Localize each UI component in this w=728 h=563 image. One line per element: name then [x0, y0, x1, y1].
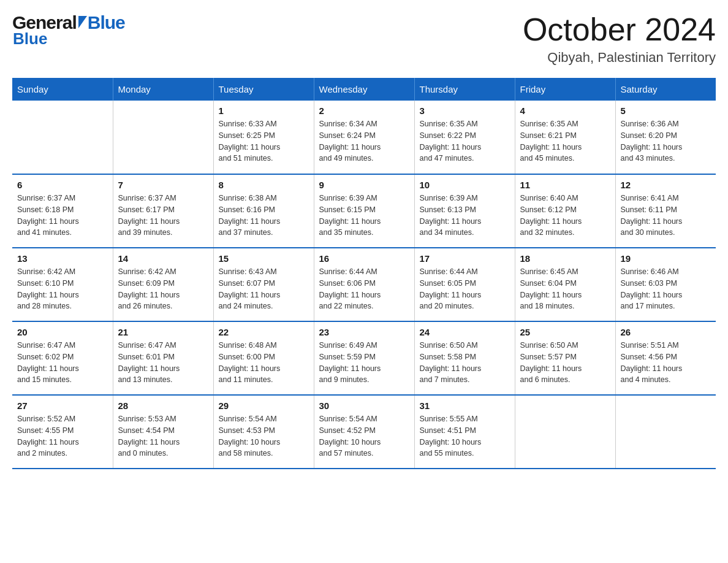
header-sunday: Sunday: [12, 78, 113, 101]
logo-blue-second: Blue: [13, 29, 47, 48]
day-info: Sunrise: 5:55 AM Sunset: 4:51 PM Dayligh…: [420, 413, 510, 459]
calendar-cell: 13Sunrise: 6:42 AM Sunset: 6:10 PM Dayli…: [12, 248, 113, 321]
day-number: 25: [520, 327, 610, 337]
day-number: 7: [118, 180, 208, 190]
calendar-cell: 9Sunrise: 6:39 AM Sunset: 6:15 PM Daylig…: [314, 174, 414, 248]
calendar-cell: 30Sunrise: 5:54 AM Sunset: 4:52 PM Dayli…: [314, 395, 414, 469]
day-info: Sunrise: 6:39 AM Sunset: 6:15 PM Dayligh…: [319, 193, 409, 239]
calendar-cell: 16Sunrise: 6:44 AM Sunset: 6:06 PM Dayli…: [314, 248, 414, 321]
day-info: Sunrise: 6:38 AM Sunset: 6:16 PM Dayligh…: [219, 193, 309, 239]
day-number: 30: [319, 400, 409, 411]
calendar-cell: 19Sunrise: 6:46 AM Sunset: 6:03 PM Dayli…: [615, 248, 716, 321]
calendar-cell: 17Sunrise: 6:44 AM Sunset: 6:05 PM Dayli…: [414, 248, 515, 321]
calendar-cell: 21Sunrise: 6:47 AM Sunset: 6:01 PM Dayli…: [113, 321, 213, 395]
day-info: Sunrise: 6:47 AM Sunset: 6:02 PM Dayligh…: [17, 340, 108, 386]
day-number: 12: [621, 180, 711, 190]
calendar-cell: 25Sunrise: 6:50 AM Sunset: 5:57 PM Dayli…: [515, 321, 615, 395]
day-info: Sunrise: 5:52 AM Sunset: 4:55 PM Dayligh…: [17, 413, 108, 459]
day-number: 11: [520, 180, 610, 190]
day-number: 24: [420, 327, 510, 337]
day-number: 18: [520, 253, 610, 264]
day-number: 17: [420, 253, 510, 264]
day-number: 20: [17, 327, 108, 337]
day-number: 6: [17, 180, 108, 190]
day-number: 31: [420, 400, 510, 411]
calendar-cell: 24Sunrise: 6:50 AM Sunset: 5:58 PM Dayli…: [414, 321, 515, 395]
title-block: October 2024 Qibyah, Palestinian Territo…: [523, 12, 716, 66]
calendar-cell: 3Sunrise: 6:35 AM Sunset: 6:22 PM Daylig…: [414, 101, 515, 174]
week-row-2: 6Sunrise: 6:37 AM Sunset: 6:18 PM Daylig…: [12, 174, 716, 248]
day-info: Sunrise: 6:42 AM Sunset: 6:09 PM Dayligh…: [118, 266, 208, 312]
day-info: Sunrise: 6:50 AM Sunset: 5:57 PM Dayligh…: [520, 340, 610, 386]
day-number: 1: [219, 105, 309, 116]
day-info: Sunrise: 6:47 AM Sunset: 6:01 PM Dayligh…: [118, 340, 208, 386]
calendar-table: SundayMondayTuesdayWednesdayThursdayFrid…: [12, 78, 716, 469]
day-info: Sunrise: 6:34 AM Sunset: 6:24 PM Dayligh…: [319, 118, 409, 164]
calendar-cell: 22Sunrise: 6:48 AM Sunset: 6:00 PM Dayli…: [213, 321, 314, 395]
day-number: 27: [17, 400, 108, 411]
calendar-cell: 11Sunrise: 6:40 AM Sunset: 6:12 PM Dayli…: [515, 174, 615, 248]
calendar-body: 1Sunrise: 6:33 AM Sunset: 6:25 PM Daylig…: [12, 101, 716, 469]
day-info: Sunrise: 6:48 AM Sunset: 6:00 PM Dayligh…: [219, 340, 309, 386]
page-header: General Blue Blue October 2024 Qibyah, P…: [12, 12, 716, 66]
day-number: 3: [420, 105, 510, 116]
logo: General Blue Blue: [12, 12, 125, 48]
header-thursday: Thursday: [414, 78, 515, 101]
day-number: 19: [621, 253, 711, 264]
calendar-cell: 29Sunrise: 5:54 AM Sunset: 4:53 PM Dayli…: [213, 395, 314, 469]
day-number: 28: [118, 400, 208, 411]
day-number: 23: [319, 327, 409, 337]
day-info: Sunrise: 6:35 AM Sunset: 6:22 PM Dayligh…: [420, 118, 510, 164]
calendar-cell: 15Sunrise: 6:43 AM Sunset: 6:07 PM Dayli…: [213, 248, 314, 321]
calendar-cell: 5Sunrise: 6:36 AM Sunset: 6:20 PM Daylig…: [615, 101, 716, 174]
day-info: Sunrise: 6:43 AM Sunset: 6:07 PM Dayligh…: [219, 266, 309, 312]
day-number: 15: [219, 253, 309, 264]
calendar-cell: 20Sunrise: 6:47 AM Sunset: 6:02 PM Dayli…: [12, 321, 113, 395]
calendar-cell: 6Sunrise: 6:37 AM Sunset: 6:18 PM Daylig…: [12, 174, 113, 248]
day-info: Sunrise: 6:50 AM Sunset: 5:58 PM Dayligh…: [420, 340, 510, 386]
day-number: 8: [219, 180, 309, 190]
calendar-cell: 23Sunrise: 6:49 AM Sunset: 5:59 PM Dayli…: [314, 321, 414, 395]
header-saturday: Saturday: [615, 78, 716, 101]
day-info: Sunrise: 6:44 AM Sunset: 6:06 PM Dayligh…: [319, 266, 409, 312]
calendar-cell: 1Sunrise: 6:33 AM Sunset: 6:25 PM Daylig…: [213, 101, 314, 174]
day-info: Sunrise: 5:51 AM Sunset: 4:56 PM Dayligh…: [621, 340, 711, 386]
day-info: Sunrise: 6:39 AM Sunset: 6:13 PM Dayligh…: [420, 193, 510, 239]
calendar-cell: 14Sunrise: 6:42 AM Sunset: 6:09 PM Dayli…: [113, 248, 213, 321]
day-info: Sunrise: 6:49 AM Sunset: 5:59 PM Dayligh…: [319, 340, 409, 386]
day-number: 13: [17, 253, 108, 264]
day-info: Sunrise: 6:36 AM Sunset: 6:20 PM Dayligh…: [621, 118, 711, 164]
day-number: 2: [319, 105, 409, 116]
day-number: 29: [219, 400, 309, 411]
week-row-3: 13Sunrise: 6:42 AM Sunset: 6:10 PM Dayli…: [12, 248, 716, 321]
day-number: 21: [118, 327, 208, 337]
calendar-cell: 2Sunrise: 6:34 AM Sunset: 6:24 PM Daylig…: [314, 101, 414, 174]
day-number: 4: [520, 105, 610, 116]
calendar-cell: [12, 101, 113, 174]
day-number: 16: [319, 253, 409, 264]
calendar-cell: 12Sunrise: 6:41 AM Sunset: 6:11 PM Dayli…: [615, 174, 716, 248]
header-friday: Friday: [515, 78, 615, 101]
calendar-cell: 28Sunrise: 5:53 AM Sunset: 4:54 PM Dayli…: [113, 395, 213, 469]
header-wednesday: Wednesday: [314, 78, 414, 101]
day-number: 14: [118, 253, 208, 264]
logo-blue-text: Blue: [88, 12, 125, 33]
week-row-4: 20Sunrise: 6:47 AM Sunset: 6:02 PM Dayli…: [12, 321, 716, 395]
logo-triangle-icon: [78, 16, 87, 28]
day-info: Sunrise: 6:44 AM Sunset: 6:05 PM Dayligh…: [420, 266, 510, 312]
day-info: Sunrise: 5:54 AM Sunset: 4:52 PM Dayligh…: [319, 413, 409, 459]
day-info: Sunrise: 6:35 AM Sunset: 6:21 PM Dayligh…: [520, 118, 610, 164]
calendar-header-row: SundayMondayTuesdayWednesdayThursdayFrid…: [12, 78, 716, 101]
day-info: Sunrise: 6:37 AM Sunset: 6:17 PM Dayligh…: [118, 193, 208, 239]
day-number: 5: [621, 105, 711, 116]
day-info: Sunrise: 6:37 AM Sunset: 6:18 PM Dayligh…: [17, 193, 108, 239]
calendar-cell: 8Sunrise: 6:38 AM Sunset: 6:16 PM Daylig…: [213, 174, 314, 248]
calendar-cell: 18Sunrise: 6:45 AM Sunset: 6:04 PM Dayli…: [515, 248, 615, 321]
day-info: Sunrise: 5:53 AM Sunset: 4:54 PM Dayligh…: [118, 413, 208, 459]
day-info: Sunrise: 6:33 AM Sunset: 6:25 PM Dayligh…: [219, 118, 309, 164]
day-info: Sunrise: 6:46 AM Sunset: 6:03 PM Dayligh…: [621, 266, 711, 312]
day-number: 9: [319, 180, 409, 190]
calendar-cell: [113, 101, 213, 174]
calendar-cell: [615, 395, 716, 469]
calendar-cell: 31Sunrise: 5:55 AM Sunset: 4:51 PM Dayli…: [414, 395, 515, 469]
